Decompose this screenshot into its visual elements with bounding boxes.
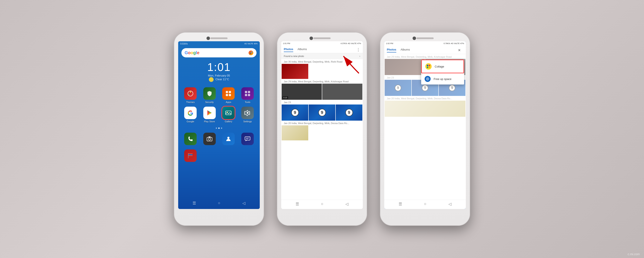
speaker-3 (416, 37, 434, 39)
bg-section-jan29: Jan 29 India, West Bengal, Darjeeling, M… (384, 54, 466, 59)
playstore-icon (203, 107, 216, 119)
dropdown-menu: Collage Free up space (421, 60, 464, 84)
app-camera[interactable] (202, 133, 218, 146)
gallery-tabs-3: Photos Albums (387, 48, 410, 52)
speaker-2 (314, 37, 330, 39)
watermark: c.mi.com (628, 252, 640, 256)
back-button[interactable]: ☰ (192, 201, 196, 206)
svg-rect-30 (429, 67, 430, 68)
status-right-3: 0.76K/s 4G VoLTE 47% (444, 42, 464, 45)
game-badge-3: 9 (346, 109, 353, 116)
gallery-icon (222, 107, 235, 119)
app-contacts[interactable] (221, 133, 236, 146)
app-google[interactable]: Google (182, 107, 198, 123)
game-thumb-3[interactable]: 9 (336, 104, 362, 121)
recents-btn-3[interactable]: ◁ (448, 202, 452, 206)
apps-label: Apps (226, 101, 231, 103)
close-button[interactable]: ✕ (455, 47, 463, 53)
app-tools[interactable]: Tools (240, 87, 256, 103)
google-logo: Google (184, 50, 200, 55)
photo-thumb-video[interactable]: 0:10 (282, 84, 322, 100)
dropdown-freeup[interactable]: Free up space (421, 73, 464, 84)
nav-dot-1 (216, 127, 217, 129)
section-jan20: Jan 20 India, West Bengal, Darjeeling, M… (281, 121, 363, 125)
status-bar: 0.01K/s 4G VoLTE 40% (178, 41, 260, 46)
app-settings[interactable]: Settings (240, 107, 256, 123)
section-jan29: Jan 29 India, West Bengal, Darjeeling, M… (281, 79, 363, 84)
home-button[interactable]: ○ (218, 201, 220, 206)
home-screen: 0.01K/s 4G VoLTE 40% Google 🎤 1:01 Mon, … (178, 41, 260, 209)
photo-grid-jan20 (281, 125, 363, 140)
playstore-label: Play Store (204, 120, 215, 123)
tab-photos[interactable]: Photos (284, 48, 293, 52)
app-security[interactable]: Security (202, 87, 218, 103)
settings-label: Settings (243, 120, 252, 123)
photo-thumb[interactable] (282, 64, 308, 79)
menu-button[interactable]: ⋮ (356, 47, 360, 52)
game-badge-1: 9 (291, 109, 299, 116)
sun-icon (209, 77, 214, 82)
video-duration: 0:10 (282, 96, 288, 99)
svg-rect-28 (429, 65, 430, 66)
photo-notification[interactable]: Found a new photo › (281, 53, 363, 59)
app-themes[interactable]: Themes (182, 87, 198, 103)
bg-thumb-1 (385, 59, 425, 75)
home-btn-2[interactable]: ○ (321, 202, 324, 206)
mic-icon[interactable]: 🎤 (248, 51, 253, 55)
recents-button[interactable]: ◁ (242, 201, 245, 206)
svg-rect-19 (245, 137, 250, 140)
nav-dot-3 (221, 127, 222, 129)
google-search-bar[interactable]: Google 🎤 (182, 48, 256, 57)
app-apps[interactable]: Apps (221, 87, 236, 103)
clock-date: Mon, February 05 (178, 74, 260, 77)
home-btn-3[interactable]: ○ (424, 202, 426, 206)
photo-thumb-2[interactable] (322, 84, 362, 100)
security-icon (203, 87, 216, 100)
svg-rect-11 (248, 94, 250, 96)
clock-weather: Clear 11°C (178, 77, 260, 82)
svg-rect-9 (248, 91, 250, 93)
app-messages[interactable] (240, 133, 256, 146)
tools-icon (241, 87, 254, 100)
settings-icon (241, 107, 254, 119)
status-battery-3: 47% (460, 42, 464, 45)
game-thumb-1[interactable]: 9 (282, 104, 308, 121)
speaker (210, 37, 228, 39)
recents-btn-2[interactable]: ◁ (346, 202, 348, 206)
status-network: 4G VoLTE (244, 43, 253, 45)
back-btn-3[interactable]: ☰ (399, 202, 402, 206)
photo-thumb-doc[interactable] (282, 125, 308, 140)
tab-albums-3[interactable]: Albums (400, 48, 410, 52)
notification-text: Found a new photo (284, 55, 304, 57)
svg-point-3 (191, 94, 192, 95)
svg-rect-8 (245, 91, 247, 93)
back-btn-2[interactable]: ☰ (296, 202, 299, 206)
app-gallery[interactable]: Gallery (221, 107, 236, 123)
collage-icon (425, 63, 432, 70)
dropdown-collage[interactable]: Collage (421, 60, 464, 73)
bg-game-1: 9 (385, 80, 411, 96)
svg-rect-24 (188, 155, 192, 156)
front-camera-3 (412, 37, 416, 40)
svg-point-16 (208, 138, 210, 140)
app-flag[interactable] (182, 150, 198, 163)
svg-rect-6 (226, 94, 228, 96)
bg-badge-3: 9 (449, 85, 455, 91)
collage-label: Collage (435, 65, 444, 68)
notification-chevron: › (359, 55, 360, 57)
messages-icon (241, 133, 254, 145)
phone-1: 0.01K/s 4G VoLTE 40% Google 🎤 1:01 Mon, … (174, 32, 264, 226)
tab-albums[interactable]: Albums (298, 48, 307, 52)
svg-rect-17 (208, 137, 210, 138)
app-playstore[interactable]: Play Store (202, 107, 218, 123)
svg-point-1 (190, 91, 191, 93)
svg-point-18 (227, 137, 230, 139)
tab-photos-3[interactable]: Photos (387, 48, 396, 52)
status-speed-2: 4.37K/s (341, 42, 347, 45)
app-phone[interactable] (182, 133, 198, 146)
status-time-2: 1:01 PM (283, 42, 290, 45)
game-thumb-2[interactable]: 9 (309, 104, 335, 121)
game-badge-2: 9 (318, 109, 326, 116)
phone-3: 1:02 PM 0.76K/s 4G VoLTE 47% Photos Albu… (380, 32, 470, 226)
svg-rect-10 (245, 94, 247, 96)
